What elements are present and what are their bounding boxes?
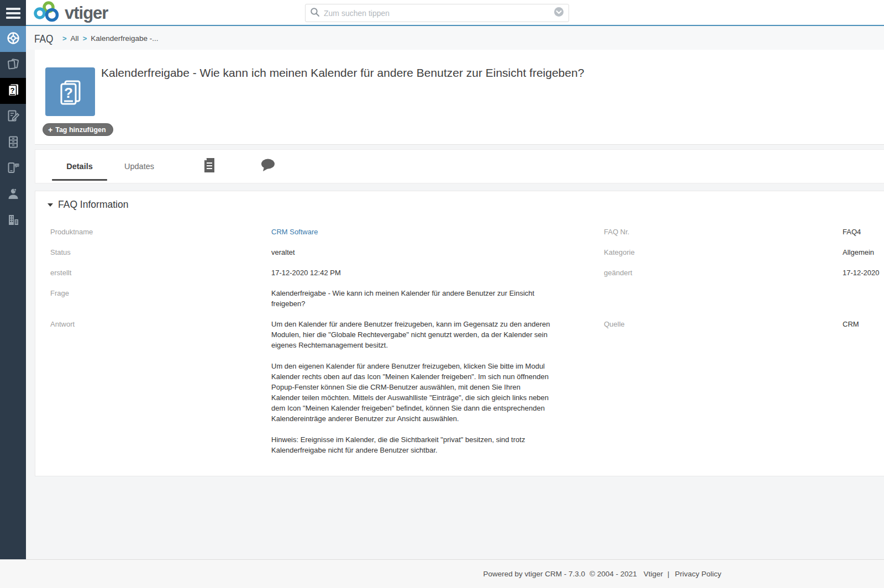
search-input[interactable] bbox=[324, 9, 554, 18]
vtiger-cloud-icon bbox=[33, 0, 62, 27]
antwort-paragraph: Hinweis: Ereignisse im Kalender, die die… bbox=[271, 434, 550, 455]
breadcrumb-separator: > bbox=[62, 34, 67, 43]
sidebar-item-notes[interactable] bbox=[0, 104, 26, 130]
lifering-icon bbox=[6, 31, 20, 48]
tab-documents[interactable] bbox=[197, 150, 222, 183]
sidebar-item-essentials[interactable] bbox=[0, 26, 26, 52]
footer-powered-by: Powered by vtiger CRM - 7.3.0 bbox=[483, 570, 585, 578]
field-label: Quelle bbox=[604, 319, 843, 329]
sidebar-item-organizations[interactable] bbox=[0, 208, 26, 234]
hamburger-icon bbox=[6, 8, 20, 19]
breadcrumb-separator: > bbox=[83, 34, 87, 43]
field-label: Kategorie bbox=[604, 247, 843, 258]
breadcrumb-item-all[interactable]: All bbox=[71, 34, 79, 43]
search-options-chevron-icon[interactable] bbox=[554, 7, 564, 19]
svg-text:?: ? bbox=[64, 85, 73, 101]
footer-brand: Vtiger bbox=[644, 570, 663, 578]
faq-record-icon: ? bbox=[45, 67, 95, 116]
privacy-policy-link[interactable]: Privacy Policy bbox=[675, 570, 722, 578]
field-row-produktname: Produktname CRM Software FAQ Nr. FAQ4 bbox=[35, 222, 884, 242]
field-value: 17-12-2020 bbox=[843, 267, 884, 278]
search-icon bbox=[310, 7, 320, 19]
antwort-paragraph: Um den Kalender für andere Benutzer frei… bbox=[271, 319, 550, 350]
tab-comments[interactable] bbox=[255, 150, 281, 183]
field-value: veraltet bbox=[271, 247, 604, 258]
top-bar: vtiger bbox=[26, 0, 884, 26]
section-title: FAQ Information bbox=[58, 199, 128, 211]
organization-icon bbox=[6, 213, 20, 229]
sidebar-item-sms[interactable] bbox=[0, 156, 26, 182]
field-row-erstellt: erstellt 17-12-2020 12:42 PM geändert 17… bbox=[35, 262, 884, 283]
tickets-icon bbox=[6, 57, 20, 74]
tab-updates[interactable]: Updates bbox=[112, 150, 167, 183]
field-row-antwort: Antwort Um den Kalender für andere Benut… bbox=[35, 314, 884, 460]
menu-hamburger-button[interactable] bbox=[0, 0, 26, 26]
add-tag-button[interactable]: + Tag hinzufügen bbox=[43, 123, 113, 136]
breadcrumb-item-current: Kalenderfreigabe -... bbox=[91, 34, 158, 43]
footer-copyright: © 2004 - 2021 bbox=[590, 570, 637, 578]
field-value: CRM bbox=[843, 319, 884, 329]
field-row-frage: Frage Kalenderfreigabe - Wie kann ich me… bbox=[35, 283, 884, 314]
sidebar-item-documents[interactable] bbox=[0, 130, 26, 156]
section-header-faq-information[interactable]: FAQ Information bbox=[35, 191, 884, 211]
archive-icon bbox=[6, 135, 20, 151]
field-label: Produktname bbox=[50, 227, 271, 237]
antwort-paragraph: Um den eigenen Kalender für andere Benut… bbox=[271, 361, 550, 424]
sidebar-item-faq[interactable]: ? bbox=[0, 78, 26, 104]
plus-icon: + bbox=[48, 125, 52, 134]
record-title: Kalenderfreigabe - Wie kann ich meinen K… bbox=[101, 66, 584, 80]
faq-information-card: FAQ Information Produktname CRM Software… bbox=[35, 191, 884, 476]
field-row-status: Status veraltet Kategorie Allgemein bbox=[35, 242, 884, 262]
note-edit-icon bbox=[6, 109, 20, 125]
field-label: Status bbox=[50, 247, 271, 258]
comment-bubble-icon bbox=[260, 158, 276, 175]
app-sidebar: ? bbox=[0, 0, 26, 559]
footer: Powered by vtiger CRM - 7.3.0 © 2004 - 2… bbox=[0, 559, 884, 588]
antwort-text: Um den Kalender für andere Benutzer frei… bbox=[271, 319, 604, 455]
breadcrumb-module[interactable]: FAQ bbox=[34, 32, 53, 45]
field-value: Kalenderfreigabe - Wie kann ich meinen K… bbox=[271, 288, 550, 309]
logo-wordmark: vtiger bbox=[65, 3, 108, 23]
active-tab-underline bbox=[52, 179, 107, 181]
breadcrumb: FAQ > All > Kalenderfreigabe -... bbox=[26, 27, 884, 50]
global-search bbox=[305, 4, 569, 22]
svg-text:?: ? bbox=[10, 86, 14, 95]
field-label: Antwort bbox=[50, 319, 271, 329]
phone-chat-icon bbox=[6, 160, 21, 178]
field-value: FAQ4 bbox=[843, 227, 884, 237]
field-label: FAQ Nr. bbox=[604, 227, 843, 237]
vtiger-logo[interactable]: vtiger bbox=[33, 1, 108, 25]
record-header: ? Kalenderfreigabe - Wie kann ich meinen… bbox=[35, 50, 884, 145]
tab-details[interactable]: Details bbox=[52, 150, 107, 183]
sidebar-item-cases[interactable] bbox=[0, 52, 26, 78]
field-value: 17-12-2020 12:42 PM bbox=[271, 267, 604, 278]
field-label: erstellt bbox=[50, 267, 271, 278]
collapse-caret-icon bbox=[48, 203, 53, 207]
field-label: geändert bbox=[604, 267, 843, 278]
add-tag-label: Tag hinzufügen bbox=[55, 126, 106, 134]
faq-book-icon: ? bbox=[6, 82, 21, 100]
footer-separator: | bbox=[667, 570, 670, 578]
document-icon bbox=[203, 158, 216, 175]
sidebar-item-contacts[interactable] bbox=[0, 182, 26, 208]
record-tabs: Details Updates bbox=[35, 149, 884, 183]
page: vtiger FAQ > All > Kalenderfreigabe -... bbox=[0, 0, 884, 588]
contact-icon bbox=[6, 187, 20, 203]
produktname-link[interactable]: CRM Software bbox=[271, 228, 318, 236]
field-label: Frage bbox=[50, 288, 271, 298]
field-value: Allgemein bbox=[843, 247, 884, 258]
